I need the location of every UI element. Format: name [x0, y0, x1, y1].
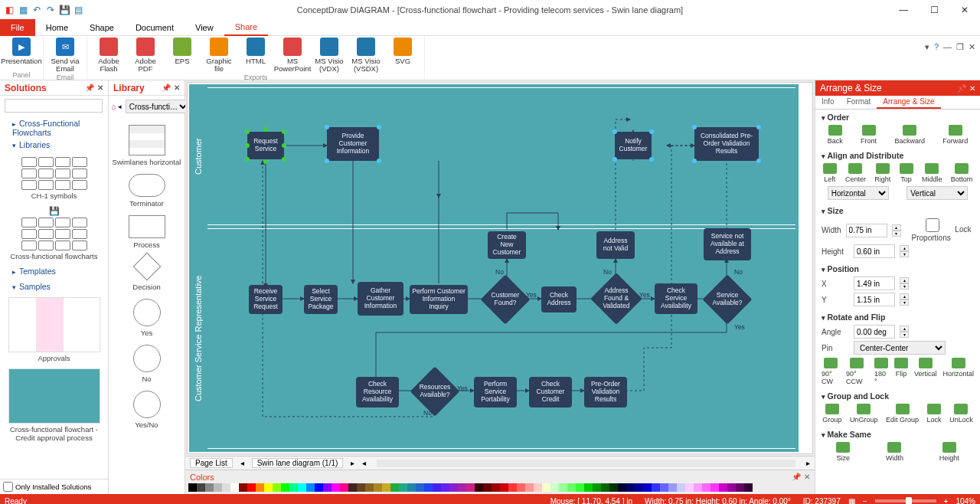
- page-nav-next[interactable]: ▸: [351, 459, 354, 467]
- y-spinner[interactable]: ▴▾: [900, 293, 909, 306]
- node-notify-customer[interactable]: Notify Customer: [615, 132, 652, 159]
- color-swatch[interactable]: [348, 483, 357, 492]
- rotate-button[interactable]: 180 °: [874, 358, 888, 385]
- color-swatch[interactable]: [365, 483, 374, 492]
- tree-item-templates[interactable]: Templates: [5, 265, 103, 277]
- pin-icon[interactable]: 📌: [957, 84, 966, 93]
- align-button[interactable]: Top: [900, 163, 913, 183]
- zoom-slider[interactable]: [875, 499, 936, 502]
- close-icon[interactable]: ✕: [949, 0, 980, 19]
- rotate-button[interactable]: 90° CW: [822, 358, 840, 385]
- color-swatch[interactable]: [256, 483, 264, 492]
- arrange-tab-arrange[interactable]: Arrange & Size: [877, 96, 940, 109]
- ribbon-export-button[interactable]: Graphic file: [202, 38, 236, 74]
- pin-icon[interactable]: 📌: [792, 473, 801, 481]
- color-swatch[interactable]: [710, 483, 719, 492]
- node-select-package[interactable]: Select Service Package: [304, 285, 338, 314]
- color-swatch[interactable]: [542, 483, 550, 492]
- node-address-validated[interactable]: Address Found & Validated: [598, 280, 635, 317]
- color-swatch[interactable]: [618, 483, 626, 492]
- color-swatch[interactable]: [593, 483, 601, 492]
- group-button[interactable]: UnGroup: [850, 404, 878, 424]
- qat-undo-icon[interactable]: ↶: [31, 4, 43, 16]
- align-button[interactable]: Middle: [922, 163, 942, 183]
- tab-file[interactable]: File: [0, 19, 35, 36]
- color-swatch[interactable]: [247, 483, 256, 492]
- node-create-customer[interactable]: Create New Customer: [488, 231, 526, 259]
- color-swatch[interactable]: [576, 483, 584, 492]
- ribbon-export-button[interactable]: MS Visio (VDX): [312, 38, 346, 74]
- library-shape[interactable]: Decision: [112, 257, 181, 291]
- qat-open-icon[interactable]: ▤: [72, 4, 84, 16]
- ribbon-export-button[interactable]: HTML: [239, 38, 273, 74]
- canvas-viewport[interactable]: Customer Customer Service Representative: [187, 82, 813, 454]
- hscroll-left[interactable]: ◂: [362, 459, 366, 467]
- page-nav-prev[interactable]: ◂: [240, 459, 244, 467]
- node-service-unavailable[interactable]: Service not Available at Address: [704, 228, 751, 260]
- ribbon-restore-icon[interactable]: ❐: [956, 42, 964, 52]
- color-swatch[interactable]: [188, 483, 197, 492]
- makesame-button[interactable]: Size: [836, 442, 850, 462]
- rotate-button[interactable]: 90° CCW: [846, 358, 868, 385]
- color-swatch[interactable]: [685, 483, 694, 492]
- x-input[interactable]: [854, 277, 895, 290]
- color-swatch[interactable]: [433, 483, 441, 492]
- align-button[interactable]: Center: [845, 163, 866, 183]
- angle-input[interactable]: [854, 325, 895, 339]
- color-swatch[interactable]: [719, 483, 727, 492]
- color-swatch[interactable]: [222, 483, 230, 492]
- color-swatch[interactable]: [626, 483, 635, 492]
- color-swatch[interactable]: [306, 483, 315, 492]
- tree-item-libraries[interactable]: Libraries: [5, 139, 103, 151]
- minimize-icon[interactable]: —: [888, 0, 919, 19]
- color-swatch[interactable]: [609, 483, 618, 492]
- color-swatch[interactable]: [508, 483, 517, 492]
- group-button[interactable]: Lock: [927, 404, 942, 424]
- node-service-portability[interactable]: Perform Service Portability: [474, 377, 517, 407]
- height-input[interactable]: [854, 244, 895, 258]
- hscrollbar[interactable]: [377, 460, 795, 467]
- ribbon-presentation-button[interactable]: ▶Presentation: [5, 38, 38, 65]
- color-swatch[interactable]: [584, 483, 593, 492]
- align-button[interactable]: Right: [874, 163, 890, 183]
- group-button[interactable]: Edit Group: [886, 404, 919, 424]
- library-shape[interactable]: Swimlanes horizontal: [112, 125, 181, 166]
- tab-home[interactable]: Home: [35, 19, 79, 36]
- group-button[interactable]: UnLock: [949, 404, 973, 424]
- ribbon-export-button[interactable]: SVG: [386, 38, 420, 74]
- only-installed-check[interactable]: [3, 482, 13, 492]
- angle-spinner[interactable]: ▴▾: [900, 326, 909, 338]
- color-swatch[interactable]: [441, 483, 449, 492]
- rotate-button[interactable]: Horizontal: [942, 358, 974, 385]
- node-provide-info[interactable]: Provide Customer Information: [327, 127, 379, 161]
- swimlane-canvas[interactable]: Customer Customer Service Representative: [189, 84, 799, 452]
- color-swatch[interactable]: [382, 483, 390, 492]
- ribbon-export-button[interactable]: MS Visio (VSDX): [349, 38, 383, 74]
- sample-thumb-credit[interactable]: Cross-functional flowchart - Credit appr…: [5, 368, 104, 442]
- color-swatch[interactable]: [483, 483, 492, 492]
- ribbon-export-button[interactable]: Adobe PDF: [129, 38, 162, 74]
- pin-select[interactable]: Center-Center: [854, 341, 946, 355]
- arrange-tab-format[interactable]: Format: [841, 96, 877, 109]
- color-swatch[interactable]: [601, 483, 609, 492]
- group-button[interactable]: Group: [822, 404, 841, 424]
- page-current[interactable]: Swin lane diagram (1/1): [252, 458, 344, 468]
- node-receive-request[interactable]: Receive Service Request: [249, 285, 283, 314]
- color-swatch[interactable]: [550, 483, 559, 492]
- panel-close-icon[interactable]: ✕: [969, 84, 975, 93]
- only-installed-checkbox[interactable]: Only Installed Solutions: [0, 479, 108, 494]
- color-swatch[interactable]: [744, 483, 753, 492]
- align-button[interactable]: Left: [823, 163, 837, 183]
- status-grid-icon[interactable]: ▦: [848, 497, 855, 505]
- qat-dropdown-icon[interactable]: ◧: [3, 4, 15, 16]
- color-swatch[interactable]: [374, 483, 382, 492]
- tree-item-samples[interactable]: Samples: [5, 280, 103, 293]
- makesame-button[interactable]: Height: [939, 442, 959, 462]
- color-swatch[interactable]: [466, 483, 475, 492]
- node-address-invalid[interactable]: Address not Valid: [596, 231, 635, 259]
- color-swatch[interactable]: [264, 483, 273, 492]
- color-swatch[interactable]: [694, 483, 702, 492]
- color-swatch[interactable]: [458, 483, 466, 492]
- library-thumb-ch1[interactable]: CH-1 symbols: [5, 155, 104, 200]
- color-swatch[interactable]: [197, 483, 205, 492]
